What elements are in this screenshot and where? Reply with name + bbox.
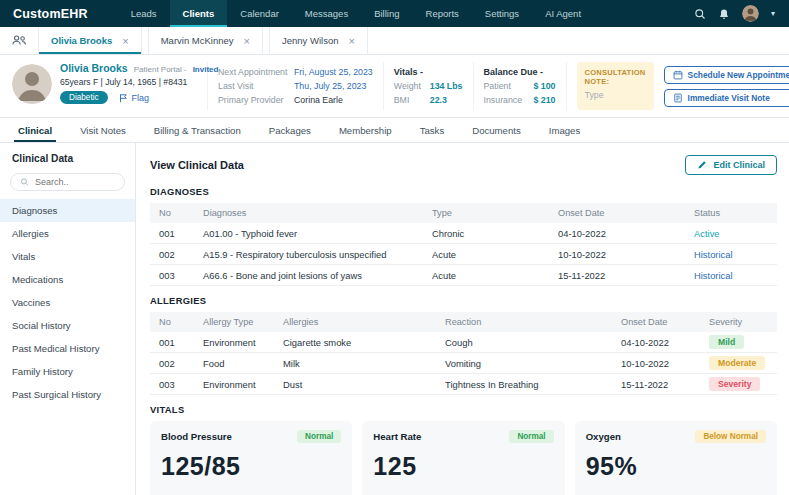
status-badge: Historical (694, 249, 768, 260)
sidebar-title: Clinical Data (0, 153, 135, 164)
status-badge: Historical (694, 270, 768, 281)
portal-status: Invited (193, 65, 219, 74)
primary-provider-value: Corina Earle (294, 95, 343, 105)
sidebar-item-vaccines[interactable]: Vaccines (0, 291, 135, 314)
weight-value: 134 Lbs (430, 81, 463, 91)
patient-tab-olivia-brooks[interactable]: Olivia Brooks × (38, 27, 142, 54)
insurance-balance-label: Insurance (484, 95, 534, 105)
status-badge: Active (694, 228, 768, 239)
nav-billing[interactable]: Billing (361, 0, 412, 27)
nav-ai-agent[interactable]: AI Agent (532, 0, 594, 27)
col-no: No (159, 317, 203, 327)
tab-visit-notes[interactable]: Visit Notes (66, 118, 140, 142)
nav-leads[interactable]: Leads (118, 0, 170, 27)
tab-packages[interactable]: Packages (255, 118, 325, 142)
table-row[interactable]: 001 Environment Cigarette smoke Cough 04… (150, 332, 777, 353)
tab-documents[interactable]: Documents (458, 118, 535, 142)
diagnoses-heading: DIAGNOSES (150, 186, 777, 197)
cell-onset: 15-11-2022 (558, 270, 694, 281)
nav-settings[interactable]: Settings (472, 0, 532, 27)
cell-no: 003 (159, 270, 203, 281)
vitals-summary-title: Vitals - (394, 67, 463, 77)
cell-diagnosis: A66.6 - Bone and joint lesions of yaws (203, 270, 432, 281)
sidebar-item-vitals[interactable]: Vitals (0, 245, 135, 268)
vital-card-heart-rate[interactable]: Heart Rate Normal 125 (362, 421, 564, 495)
table-row[interactable]: 002 Food Milk Vomiting 10-10-2022 Modera… (150, 353, 777, 374)
clinical-sidebar: Clinical Data Diagnoses Allergies Vitals… (0, 143, 136, 495)
nav-reports[interactable]: Reports (413, 0, 472, 27)
severity-badge: Moderate (709, 356, 765, 370)
close-icon[interactable]: × (244, 35, 250, 47)
col-status: Status (694, 208, 768, 218)
clinical-content: View Clinical Data Edit Clinical DIAGNOS… (136, 143, 789, 495)
table-row[interactable]: 003 A66.6 - Bone and joint lesions of ya… (150, 265, 777, 286)
patient-tab-label: Olivia Brooks (51, 35, 112, 46)
user-avatar[interactable] (742, 5, 759, 22)
vital-card-oxygen[interactable]: Oxygen Below Normal 95% (575, 421, 777, 495)
close-icon[interactable]: × (348, 35, 354, 47)
vital-label: Heart Rate (373, 431, 421, 442)
notifications-bell-icon[interactable] (718, 8, 730, 20)
consultation-note-label: CONSULTATION NOTE: (585, 68, 646, 86)
chevron-down-icon[interactable]: ▾ (771, 9, 775, 18)
table-row[interactable]: 003 Environment Dust Tightness In Breath… (150, 374, 777, 395)
patients-list-icon[interactable] (0, 27, 38, 54)
search-icon[interactable] (694, 8, 706, 20)
nav-calendar[interactable]: Calendar (227, 0, 292, 27)
search-input[interactable] (35, 177, 115, 187)
diagnoses-table-header: No Diagnoses Type Onset Date Status (150, 203, 777, 223)
close-icon[interactable]: × (122, 35, 128, 47)
cell-onset: 10-10-2022 (621, 358, 709, 369)
patient-tab-jenny-wilson[interactable]: Jenny Wilson × (269, 27, 368, 54)
patient-section-tabs: Clinical Visit Notes Billing & Transacti… (0, 118, 789, 143)
consultation-note-box[interactable]: CONSULTATION NOTE: Type (577, 62, 654, 110)
nav-clients[interactable]: Clients (170, 0, 228, 27)
sidebar-item-allergies[interactable]: Allergies (0, 222, 135, 245)
vital-card-blood-pressure[interactable]: Blood Pressure Normal 125/85 (150, 421, 352, 495)
cell-onset: 04-10-2022 (558, 228, 694, 239)
patient-balance-label: Patient (484, 81, 534, 91)
immediate-visit-note-button[interactable]: Immediate Visit Note (664, 89, 789, 107)
sidebar-item-medications[interactable]: Medications (0, 268, 135, 291)
tab-clinical[interactable]: Clinical (4, 118, 66, 142)
condition-badge: Diabetic (60, 91, 108, 104)
tab-membership[interactable]: Membership (325, 118, 406, 142)
sidebar-item-past-surgical-history[interactable]: Past Surgical History (0, 383, 135, 406)
patient-tab-marvin-mckinney[interactable]: Marvin McKinney × (148, 27, 263, 54)
cell-allergen: Dust (283, 379, 445, 390)
vital-value: 95% (586, 452, 766, 481)
tab-tasks[interactable]: Tasks (406, 118, 459, 142)
sidebar-item-family-history[interactable]: Family History (0, 360, 135, 383)
sidebar-item-past-medical-history[interactable]: Past Medical History (0, 337, 135, 360)
vital-label: Blood Pressure (161, 431, 232, 442)
patient-name[interactable]: Olivia Brooks (60, 62, 128, 74)
edit-clinical-button[interactable]: Edit Clinical (685, 155, 777, 175)
balance-group: Balance Due - Patient$ 100 Insurance$ 21… (484, 62, 567, 110)
cell-reaction: Tightness In Breathing (445, 379, 621, 390)
nav-messages[interactable]: Messages (292, 0, 361, 27)
sidebar-search[interactable] (10, 173, 125, 191)
tab-images[interactable]: Images (535, 118, 594, 142)
patient-identity: Olivia Brooks Patient Portal - Invited 6… (12, 62, 208, 110)
sidebar-item-diagnoses[interactable]: Diagnoses (0, 199, 135, 222)
topbar: CustomEHR Leads Clients Calendar Message… (0, 0, 789, 27)
vital-label: Oxygen (586, 431, 621, 442)
appointments-group: Next AppointmentFri, August 25, 2023 Las… (218, 62, 384, 110)
calendar-icon (673, 70, 683, 80)
vital-status-badge: Normal (509, 430, 553, 443)
vital-status-badge: Below Normal (695, 430, 766, 443)
balance-title: Balance Due - (484, 67, 556, 77)
flag-button[interactable]: Flag (118, 93, 150, 103)
schedule-appointment-button[interactable]: Schedule New Appointment (664, 66, 789, 84)
sidebar-item-social-history[interactable]: Social History (0, 314, 135, 337)
allergies-heading: ALLERGIES (150, 295, 777, 306)
table-row[interactable]: 001 A01.00 - Typhoid fever Chronic 04-10… (150, 223, 777, 244)
insurance-balance-value: $ 210 (534, 95, 556, 105)
cell-diagnosis: A01.00 - Typhoid fever (203, 228, 432, 239)
patient-actions: Schedule New Appointment Immediate Visit… (664, 62, 789, 110)
tab-billing-transaction[interactable]: Billing & Transaction (140, 118, 255, 142)
note-icon (673, 93, 683, 103)
table-row[interactable]: 002 A15.9 - Respiratory tuberculosis uns… (150, 244, 777, 265)
last-visit-value: Thu, July 25, 2023 (294, 81, 366, 91)
cell-type: Chronic (432, 228, 558, 239)
